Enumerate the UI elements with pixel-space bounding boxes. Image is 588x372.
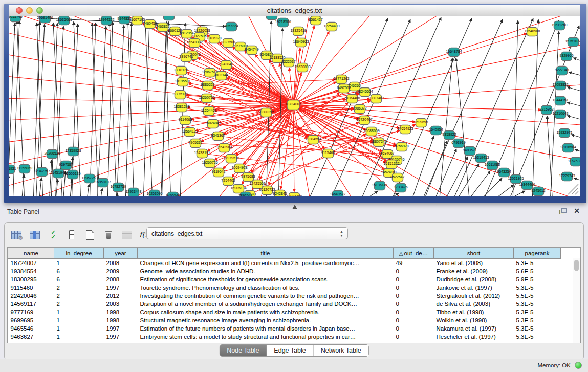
table-cell[interactable]: 5.6E-5 bbox=[514, 267, 561, 275]
graph-node[interactable]: 2718126 bbox=[174, 67, 188, 75]
graph-node[interactable]: 1733426 bbox=[394, 184, 407, 192]
graph-node[interactable]: 12505135 bbox=[64, 170, 80, 179]
graph-edge[interactable] bbox=[293, 16, 512, 105]
graph-edge[interactable] bbox=[567, 116, 580, 123]
graph-node[interactable]: 16319413 bbox=[473, 154, 489, 163]
table-cell[interactable]: 6 bbox=[54, 267, 104, 275]
graph-node[interactable]: 16210643 bbox=[552, 110, 568, 119]
float-panel-icon[interactable] bbox=[559, 208, 567, 214]
tab-node-table[interactable]: Node Table bbox=[220, 345, 267, 356]
table-cell[interactable]: 1 bbox=[54, 316, 104, 324]
graph-node[interactable]: 9119542 bbox=[212, 168, 226, 177]
table-cell[interactable]: 22420046 bbox=[8, 292, 54, 300]
table-cell[interactable]: 0 bbox=[394, 316, 434, 324]
graph-node[interactable]: 12775129 bbox=[172, 91, 188, 99]
table-cell[interactable]: Structural magnetic resonance image aver… bbox=[138, 316, 394, 324]
table-cell[interactable]: de Silva et al. (2003) bbox=[434, 300, 514, 308]
graph-edge[interactable] bbox=[293, 105, 580, 128]
graph-edge[interactable] bbox=[569, 72, 580, 79]
scrollbar-thumb[interactable] bbox=[574, 260, 579, 271]
node-table[interactable]: namein_degreeyeartitle△out_de…shortpager… bbox=[7, 247, 581, 343]
select-rows-icon[interactable]: ✓✓ bbox=[47, 228, 60, 242]
table-row[interactable]: 946362711997Embryonic stem cells: a mode… bbox=[8, 333, 561, 341]
table-row[interactable]: 1938455462009Genome–wide association stu… bbox=[8, 267, 561, 275]
graph-node[interactable]: 8454749 bbox=[245, 46, 258, 55]
graph-node[interactable]: 19218506 bbox=[275, 18, 291, 27]
network-window-titlebar[interactable]: citations_edges.txt bbox=[9, 5, 580, 17]
graph-node[interactable]: 16033809 bbox=[161, 16, 177, 20]
table-cell[interactable]: 18724007 bbox=[8, 259, 54, 268]
table-row[interactable]: 1872400712008Changes of HCN gene express… bbox=[8, 259, 561, 268]
table-row[interactable]: 969969511998Structural magnetic resonanc… bbox=[8, 316, 561, 324]
table-cell[interactable]: Estimation of significance thresholds fo… bbox=[138, 275, 394, 283]
table-cell[interactable]: 0 bbox=[394, 275, 434, 283]
table-cell[interactable]: Wolkin et al. (1998) bbox=[434, 316, 514, 324]
column-header-year[interactable]: year bbox=[104, 248, 138, 259]
graph-edge[interactable] bbox=[513, 20, 518, 196]
graph-node[interactable]: 18325419 bbox=[290, 27, 306, 36]
graph-node[interactable]: 10688609 bbox=[363, 127, 379, 136]
table-cell[interactable]: 1998 bbox=[104, 308, 138, 316]
table-cell[interactable]: 5.3E-5 bbox=[514, 324, 561, 333]
column-header-name[interactable]: name bbox=[8, 248, 54, 259]
graph-node[interactable]: 3915931 bbox=[9, 165, 16, 174]
table-cell[interactable]: Jankovic et al. (1997) bbox=[434, 283, 514, 292]
graph-node[interactable]: 19384554 bbox=[305, 136, 321, 144]
graph-node[interactable]: 7905337 bbox=[188, 139, 202, 148]
graph-edge[interactable] bbox=[86, 184, 89, 196]
table-cell[interactable]: 2 bbox=[54, 283, 104, 292]
graph-edge[interactable] bbox=[293, 105, 580, 196]
table-cell[interactable]: Investigating the contribution of common… bbox=[138, 292, 394, 300]
column-header-title[interactable]: title bbox=[138, 248, 394, 259]
graph-node[interactable]: 20364486 bbox=[344, 95, 360, 103]
table-cell[interactable]: 2012 bbox=[104, 292, 138, 300]
graph-node[interactable]: 16260735 bbox=[199, 94, 214, 103]
graph-node[interactable]: 15932971 bbox=[556, 129, 572, 138]
graph-node[interactable]: 7986372 bbox=[353, 105, 366, 114]
table-cell[interactable]: 2003 bbox=[104, 300, 138, 308]
graph-node[interactable]: 8522547 bbox=[390, 173, 404, 182]
graph-edge[interactable] bbox=[547, 116, 553, 196]
cell-mode-icon[interactable] bbox=[65, 228, 78, 242]
network-view[interactable]: 1872400774638228660128591295418226058982… bbox=[9, 16, 580, 196]
table-cell[interactable]: Embryonic stem cells: a model to study s… bbox=[138, 333, 394, 341]
graph-node[interactable]: 20206536 bbox=[44, 150, 60, 159]
graph-edge[interactable] bbox=[433, 149, 456, 196]
close-panel-icon[interactable]: ✕ bbox=[574, 207, 580, 215]
table-cell[interactable]: 9777169 bbox=[8, 308, 54, 316]
graph-node[interactable]: 7857224 bbox=[224, 23, 238, 31]
graph-node[interactable]: 9699695 bbox=[414, 119, 428, 127]
graph-node[interactable]: 18245554 bbox=[357, 88, 373, 97]
graph-node[interactable]: 18640923 bbox=[293, 38, 309, 47]
table-cell[interactable]: Nakamura et al. (1997) bbox=[434, 324, 514, 333]
table-cell[interactable]: 0 bbox=[394, 292, 434, 300]
table-cell[interactable]: 0 bbox=[394, 267, 434, 275]
graph-edge[interactable] bbox=[92, 23, 98, 196]
table-row[interactable]: 1456911722003Disruption of a novel membe… bbox=[8, 300, 561, 308]
column-header-short[interactable]: short bbox=[434, 248, 514, 259]
graph-node[interactable]: 9245012 bbox=[531, 187, 545, 196]
graph-node[interactable]: 12444151 bbox=[552, 97, 568, 105]
graph-node[interactable]: 12093832 bbox=[552, 81, 568, 90]
graph-node[interactable]: 9114063 bbox=[179, 116, 192, 125]
table-cell[interactable]: 9465546 bbox=[8, 324, 54, 333]
graph-node[interactable]: 15136141 bbox=[372, 182, 387, 190]
graph-node[interactable]: 9756928 bbox=[395, 143, 408, 151]
graph-edge[interactable] bbox=[162, 21, 167, 196]
table-cell[interactable]: Tibbo et al. (1998) bbox=[434, 308, 514, 316]
table-selector-dropdown[interactable]: citations_edges.txt ▲▼ bbox=[146, 227, 348, 239]
graph-node[interactable]: 9227343 bbox=[555, 67, 569, 75]
table-cell[interactable]: 1 bbox=[54, 333, 104, 341]
graph-node[interactable]: 6793919 bbox=[451, 139, 465, 148]
table-cell[interactable]: 6 bbox=[54, 275, 104, 283]
graph-node[interactable]: 9397587 bbox=[59, 161, 73, 170]
graph-node[interactable]: 15751074 bbox=[565, 38, 580, 47]
graph-node[interactable]: 14649577 bbox=[330, 191, 345, 196]
table-cell[interactable]: 1 bbox=[54, 259, 104, 268]
table-cell[interactable]: 5.5E-5 bbox=[514, 292, 561, 300]
table-cell[interactable]: Corpus callosum shape and size in male p… bbox=[138, 308, 394, 316]
graph-node[interactable]: 9465546 bbox=[166, 192, 180, 196]
graph-node[interactable]: 15024841 bbox=[205, 120, 221, 128]
table-options-icon[interactable]: ⚙ bbox=[10, 228, 23, 242]
table-cell[interactable]: 5.3E-5 bbox=[514, 333, 561, 341]
